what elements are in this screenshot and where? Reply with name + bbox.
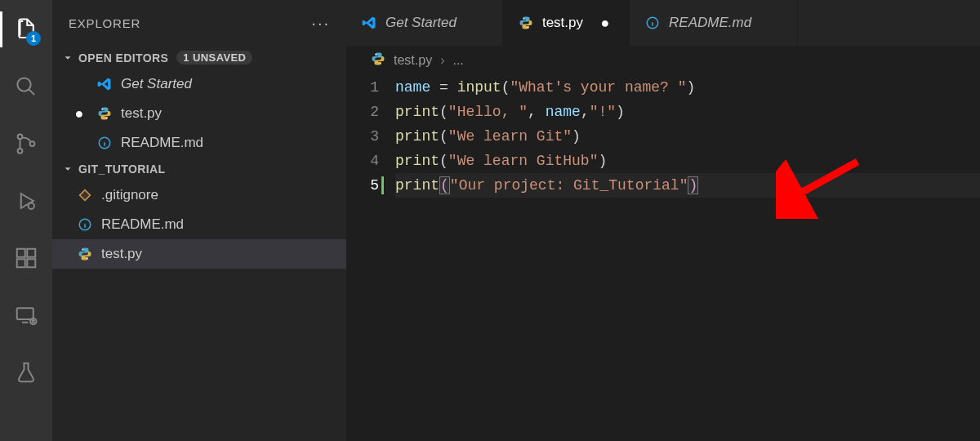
unsaved-badge: 1 UNSAVED [176,51,252,65]
python-icon [77,246,93,262]
svg-point-3 [30,141,35,146]
sidebar-more-icon[interactable]: ··· [311,14,330,33]
activity-explorer[interactable]: 1 [0,10,52,49]
sidebar-title: EXPLORER [69,16,140,30]
svg-point-18 [528,27,529,29]
file-label: README.md [101,216,184,233]
file-label: test.py [101,246,142,262]
activity-bar: 1 [0,0,52,441]
svg-point-21 [380,63,381,65]
line-number: 5 [346,173,379,198]
beaker-icon [14,360,38,385]
info-icon [644,15,661,31]
folder-label: GIT_TUTORIAL [78,163,165,176]
svg-point-17 [523,18,525,20]
svg-point-2 [18,149,23,154]
file-label: test.py [121,105,162,122]
chevron-down-icon [60,52,75,64]
line-number: 1 [346,75,379,100]
svg-rect-6 [27,249,35,257]
chevron-down-icon [60,163,75,175]
file-tree-item[interactable]: .gitignore [52,180,346,210]
remote-icon [14,303,38,327]
tab-label: Get Started [385,15,457,31]
gutter: 12345 [346,75,395,441]
svg-point-4 [29,203,35,210]
vscode-icon [361,15,377,31]
code-line[interactable]: print("We learn Git") [395,124,980,149]
file-tree-item[interactable]: test.py [52,239,346,269]
activity-debug[interactable] [0,181,52,220]
python-icon [96,105,113,122]
file-label: .gitignore [101,187,158,203]
editor-area: Get Startedtest.py●README.md test.py › .… [346,0,980,441]
svg-rect-7 [17,259,25,267]
git-icon [77,187,93,203]
chevron-right-icon: › [440,53,444,68]
modified-dot-icon: ● [601,15,610,32]
code-line[interactable]: print("We learn GitHub") [395,149,980,173]
line-number: 3 [346,124,379,149]
svg-point-1 [18,134,23,139]
source-control-icon [14,131,38,156]
editor-tab[interactable]: Get Started [346,0,503,46]
folder-header[interactable]: GIT_TUTORIAL [52,158,346,180]
open-editor-item[interactable]: ●test.py [52,99,346,128]
python-icon [518,15,534,31]
code-line[interactable]: print("Our project: Git_Tutorial") [395,173,980,198]
search-icon [14,74,38,99]
open-editors-header[interactable]: OPEN EDITORS 1 UNSAVED [52,46,346,69]
open-editors-label: OPEN EDITORS [78,51,168,65]
sidebar-header: EXPLORER ··· [52,0,346,46]
info-icon [96,135,113,151]
python-icon [371,51,385,69]
modified-dot-icon: ● [70,105,88,122]
sidebar: EXPLORER ··· OPEN EDITORS 1 UNSAVED Get … [52,0,346,441]
code-content[interactable]: name = input("What's your name? ")print(… [395,75,980,441]
svg-point-12 [106,118,108,119]
activity-search[interactable] [0,67,52,106]
svg-point-16 [87,258,88,260]
svg-rect-8 [27,259,35,267]
svg-point-11 [102,109,104,110]
open-editor-item[interactable]: Get Started [52,69,346,99]
line-number: 4 [346,149,379,173]
editor-tab[interactable]: README.md [630,0,798,46]
svg-rect-9 [17,308,33,319]
breadcrumb-file: test.py [394,53,432,68]
svg-point-0 [17,78,30,91]
code-editor[interactable]: 12345 name = input("What's your name? ")… [346,75,980,441]
tab-label: README.md [669,15,751,31]
code-line[interactable]: name = input("What's your name? ") [395,75,980,100]
info-icon [77,216,93,233]
vscode-icon [96,76,113,92]
open-editor-item[interactable]: README.md [52,128,346,158]
breadcrumb[interactable]: test.py › ... [346,46,980,75]
line-number: 2 [346,100,379,124]
file-label: Get Started [121,76,192,92]
activity-scm[interactable] [0,124,52,163]
tab-bar: Get Startedtest.py●README.md [346,0,980,46]
editor-tab[interactable]: test.py● [503,0,630,46]
svg-rect-5 [17,249,25,257]
file-label: README.md [121,135,203,151]
svg-point-20 [376,54,377,56]
file-tree-item[interactable]: README.md [52,210,346,239]
activity-extensions[interactable] [0,238,52,278]
explorer-badge: 1 [26,31,41,46]
activity-testing[interactable] [0,353,52,392]
activity-remote[interactable] [0,296,52,335]
breadcrumb-rest: ... [452,53,463,68]
tab-label: test.py [542,15,583,31]
svg-point-15 [82,249,84,251]
extensions-icon [14,246,38,270]
debug-icon [14,189,38,213]
code-line[interactable]: print("Hello, ", name,"!") [395,100,980,124]
